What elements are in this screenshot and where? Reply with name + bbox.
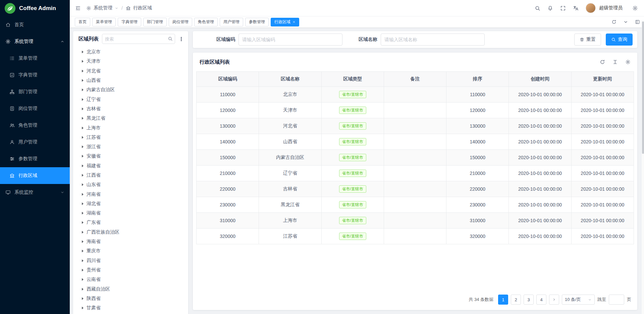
page-button[interactable]: 4: [536, 295, 546, 305]
fullscreen-icon[interactable]: [560, 5, 566, 11]
cell-code: 310000: [197, 213, 259, 229]
cell-name: 内蒙古自治区: [259, 150, 321, 166]
region-name-input[interactable]: [381, 34, 485, 46]
tree-item[interactable]: 上海市: [73, 123, 188, 132]
breadcrumb-parent[interactable]: 系统管理: [94, 5, 112, 11]
search-button[interactable]: 查询: [606, 34, 633, 46]
translate-icon[interactable]: [573, 5, 579, 11]
tree-item[interactable]: 广西壮族自治区: [73, 228, 188, 237]
sidebar-subitem[interactable]: 字典管理: [0, 67, 70, 83]
cell-code: 220000: [197, 181, 259, 197]
sidebar-subitem[interactable]: 岗位管理: [0, 100, 70, 117]
tab-close-icon[interactable]: [292, 20, 296, 23]
tree-item[interactable]: 河南省: [73, 189, 188, 199]
leaf-logo-icon: [4, 3, 16, 14]
column-header: 区域名称: [259, 72, 321, 87]
tree-item[interactable]: 山西省: [73, 76, 188, 85]
sidebar-subitem[interactable]: 参数管理: [0, 150, 70, 167]
more-options-icon[interactable]: [178, 36, 184, 42]
tree-item[interactable]: 北京市: [73, 47, 188, 57]
tab[interactable]: 用户管理: [220, 18, 243, 26]
tree-item[interactable]: 甘肃省: [73, 303, 188, 313]
tree-item[interactable]: 广东省: [73, 218, 188, 227]
page-button[interactable]: 1: [498, 295, 508, 305]
sidebar-group-system[interactable]: 系统管理: [0, 33, 70, 50]
page-button[interactable]: 2: [511, 295, 521, 305]
tree-item[interactable]: 江苏省: [73, 133, 188, 142]
sidebar-subitem[interactable]: 行政区域: [0, 167, 70, 184]
tree-item[interactable]: 安徽省: [73, 151, 188, 161]
search-icon[interactable]: [535, 5, 540, 11]
scrollbar-thumb[interactable]: [642, 21, 644, 154]
tree-item[interactable]: 福建省: [73, 161, 188, 171]
next-page-button[interactable]: [549, 295, 559, 305]
menu-fold-icon[interactable]: [75, 5, 81, 11]
tree-item[interactable]: 天津市: [73, 57, 188, 66]
tree-item[interactable]: 黑龙江省: [73, 114, 188, 123]
column-header: 更新时间: [571, 72, 634, 87]
refresh-icon[interactable]: [611, 19, 616, 24]
tab[interactable]: 参数管理: [245, 18, 269, 26]
settings-gear-icon[interactable]: [632, 5, 638, 11]
tree-item[interactable]: 云南省: [73, 275, 188, 284]
cell-remark: [384, 166, 446, 181]
tree-item[interactable]: 青海省: [73, 313, 188, 314]
tab[interactable]: 菜单管理: [92, 18, 116, 26]
tree-item[interactable]: 湖北省: [73, 199, 188, 208]
page-button[interactable]: 3: [524, 295, 534, 305]
jump-suffix: 页: [627, 297, 631, 303]
jump-page-input[interactable]: [609, 295, 624, 305]
page-size-select[interactable]: 10 条/页: [562, 295, 595, 305]
tab-options-chevron-icon[interactable]: [623, 19, 628, 24]
cell-updated: 2020-10-01 00:00:00: [571, 118, 634, 134]
tree-item[interactable]: 内蒙古自治区: [73, 85, 188, 95]
tab[interactable]: 首页: [75, 18, 90, 26]
tab[interactable]: 行政区域: [271, 18, 299, 26]
sidebar-group-monitor[interactable]: 系统监控: [0, 184, 70, 201]
table-tools: [600, 59, 631, 65]
avatar[interactable]: [586, 3, 596, 13]
tree-item[interactable]: 山东省: [73, 180, 188, 189]
search-filter-bar: 区域编码 区域名称 重置 查询: [193, 31, 637, 48]
tree-item[interactable]: 贵州省: [73, 265, 188, 275]
sidebar-subitem[interactable]: 角色管理: [0, 117, 70, 134]
tree-item[interactable]: 辽宁省: [73, 95, 188, 104]
layout-toggle-icon[interactable]: [635, 19, 640, 24]
bell-icon[interactable]: [547, 5, 553, 11]
region-code-input[interactable]: [238, 34, 342, 46]
username[interactable]: 超级管理员: [599, 5, 623, 11]
sidebar-item-home[interactable]: 首页: [0, 16, 70, 33]
tree-item[interactable]: 四川省: [73, 256, 188, 265]
tab[interactable]: 角色管理: [194, 18, 218, 26]
tree-item[interactable]: 西藏自治区: [73, 284, 188, 294]
tab[interactable]: 岗位管理: [169, 18, 192, 26]
sidebar-subitem[interactable]: 菜单管理: [0, 50, 70, 67]
tab[interactable]: 部门管理: [143, 18, 167, 26]
submenu-icon: [9, 123, 15, 128]
column-header: 区域编码: [197, 72, 259, 87]
column-settings-gear-icon[interactable]: [625, 59, 631, 65]
tree-item[interactable]: 河北省: [73, 66, 188, 76]
refresh-icon[interactable]: [600, 59, 605, 65]
sidebar-subitem[interactable]: 部门管理: [0, 83, 70, 100]
cell-remark: [384, 150, 446, 166]
tree-item[interactable]: 陕西省: [73, 294, 188, 303]
cell-code: 320000: [197, 229, 259, 244]
cell-updated: 2020-10-01 00:00:00: [571, 197, 634, 213]
row-density-icon[interactable]: [612, 59, 618, 65]
reset-button[interactable]: 重置: [574, 34, 601, 46]
caret-right-icon: [82, 51, 84, 53]
sidebar-subitem[interactable]: 用户管理: [0, 134, 70, 150]
tree-search-input[interactable]: [102, 34, 175, 44]
cell-remark: [384, 87, 446, 103]
tree-item[interactable]: 重庆市: [73, 246, 188, 256]
tree-item[interactable]: 吉林省: [73, 104, 188, 114]
column-header: 创建时间: [509, 72, 571, 87]
tree-item[interactable]: 江西省: [73, 171, 188, 180]
tab[interactable]: 字典管理: [118, 18, 141, 26]
tree-item[interactable]: 浙江省: [73, 142, 188, 151]
tree-item[interactable]: 海南省: [73, 237, 188, 246]
trash-icon: [580, 37, 584, 42]
tree-item[interactable]: 湖南省: [73, 208, 188, 218]
chevron-down-icon[interactable]: [115, 6, 118, 10]
